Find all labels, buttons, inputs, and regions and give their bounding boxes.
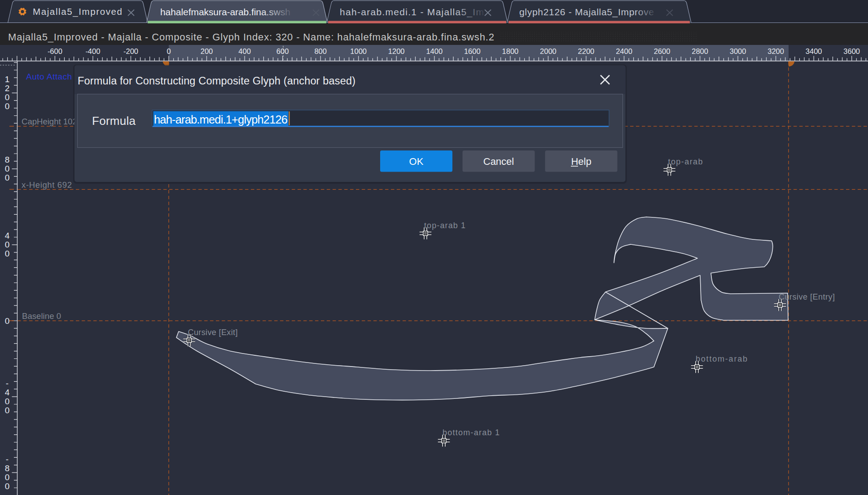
- svg-text:top-arab 1: top-arab 1: [424, 221, 465, 230]
- svg-text:Auto Attach: Auto Attach: [26, 72, 72, 81]
- svg-text:0: 0: [5, 93, 10, 102]
- svg-text:2800: 2800: [692, 47, 708, 55]
- svg-text:-600: -600: [48, 47, 62, 55]
- svg-text:200: 200: [201, 47, 213, 55]
- svg-text:2600: 2600: [654, 47, 671, 55]
- svg-text:0: 0: [5, 249, 10, 258]
- svg-text:400: 400: [238, 47, 251, 55]
- svg-text:0: 0: [5, 473, 10, 482]
- svg-text:-200: -200: [123, 47, 138, 55]
- svg-text:0: 0: [167, 47, 171, 55]
- svg-text:0: 0: [5, 102, 10, 111]
- svg-text:3600: 3600: [843, 47, 860, 55]
- svg-text:bottom-arab 1: bottom-arab 1: [443, 428, 500, 437]
- svg-text:Cancel: Cancel: [483, 156, 514, 167]
- svg-text:3000: 3000: [730, 47, 746, 55]
- svg-text:1800: 1800: [502, 47, 519, 55]
- svg-text:Cursive [Exit]: Cursive [Exit]: [188, 328, 238, 337]
- svg-text:hah-arab.medi.1 - Majalla5_Im: hah-arab.medi.1 - Majalla5_Im: [340, 7, 484, 18]
- svg-text:top-arab: top-arab: [668, 157, 703, 166]
- svg-text:0: 0: [5, 316, 10, 326]
- svg-text:1200: 1200: [388, 47, 405, 55]
- svg-text:x-Height 692: x-Height 692: [22, 180, 72, 190]
- svg-text:0: 0: [5, 240, 10, 249]
- svg-text:hahalefmaksura-arab.fina.swsh: hahalefmaksura-arab.fina.swsh: [160, 7, 290, 17]
- svg-text:0: 0: [5, 173, 10, 182]
- svg-text:-: -: [6, 379, 9, 388]
- svg-text:2200: 2200: [578, 47, 595, 55]
- svg-text:Help: Help: [571, 156, 591, 167]
- svg-text:600: 600: [276, 47, 289, 55]
- svg-text:1600: 1600: [464, 47, 481, 55]
- svg-text:1000: 1000: [350, 47, 367, 55]
- svg-text:CapHeight 1024: CapHeight 1024: [22, 117, 82, 126]
- svg-text:0: 0: [5, 164, 10, 173]
- svg-text:OK: OK: [409, 156, 424, 167]
- svg-text:Majalla5_Improved - Majalla -: Majalla5_Improved - Majalla - Composite …: [8, 31, 494, 43]
- svg-text:3200: 3200: [767, 47, 784, 55]
- svg-text:1400: 1400: [426, 47, 443, 55]
- svg-text:3400: 3400: [806, 47, 822, 55]
- svg-text:Formula: Formula: [92, 114, 136, 128]
- svg-text:hah-arab.medi.1+glyph2126: hah-arab.medi.1+glyph2126: [154, 113, 288, 126]
- svg-text:Majalla5_Improved: Majalla5_Improved: [33, 6, 122, 17]
- svg-text:8: 8: [5, 155, 10, 164]
- svg-text:2: 2: [5, 84, 10, 93]
- svg-text:4: 4: [5, 231, 10, 240]
- svg-text:2400: 2400: [616, 47, 632, 55]
- svg-text:0: 0: [5, 397, 10, 406]
- svg-text:Baseline 0: Baseline 0: [22, 311, 61, 321]
- svg-text:glyph2126 - Majalla5_Improve: glyph2126 - Majalla5_Improve: [519, 7, 654, 18]
- svg-text:-: -: [6, 455, 9, 464]
- svg-text:Formula for Constructing Compo: Formula for Constructing Composite Glyph…: [78, 75, 355, 87]
- svg-text:800: 800: [314, 47, 327, 55]
- svg-text:Cursive [Entry]: Cursive [Entry]: [779, 292, 835, 301]
- svg-text:1: 1: [5, 75, 10, 84]
- svg-text:4: 4: [5, 388, 10, 397]
- svg-text:bottom-arab: bottom-arab: [696, 354, 747, 363]
- svg-text:0: 0: [5, 482, 10, 491]
- svg-text:2000: 2000: [540, 47, 557, 55]
- svg-text:0: 0: [5, 406, 10, 415]
- svg-text:-400: -400: [85, 47, 100, 55]
- svg-text:8: 8: [5, 464, 10, 473]
